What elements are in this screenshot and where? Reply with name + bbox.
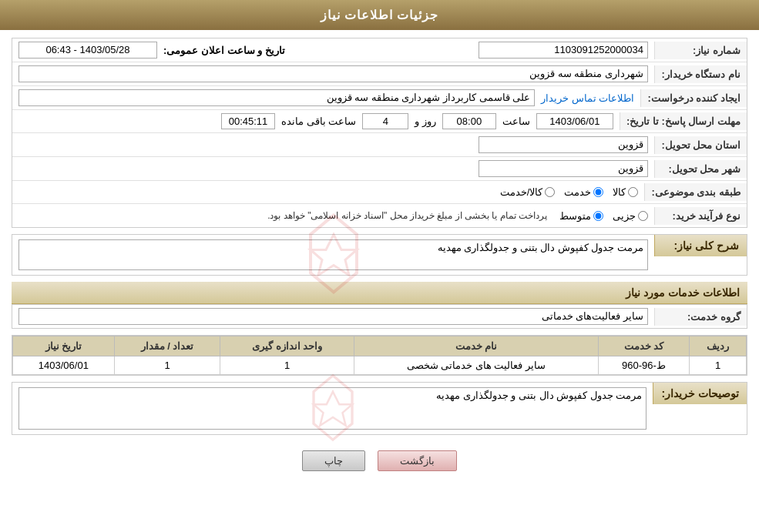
deadline-time: 08:00 xyxy=(442,113,496,129)
deadline-time-label: ساعت xyxy=(502,115,530,127)
services-table-section: ردیف کد خدمت نام خدمت واحد اندازه گیری ت… xyxy=(12,335,747,376)
category-option-kala[interactable]: کالا xyxy=(613,186,638,198)
buyer-notes-title: توصیحات خریدار: xyxy=(653,383,747,404)
need-desc-value: مرمت جدول کفپوش دال بتنی و جدولگذاری مهد… xyxy=(12,235,654,275)
table-header-row: ردیف کد خدمت نام خدمت واحد اندازه گیری ت… xyxy=(13,336,747,356)
deadline-row: مهلت ارسال پاسخ: تا تاریخ: 1403/06/01 سا… xyxy=(12,110,747,133)
publish-datetime-value: 1403/05/28 - 06:43 xyxy=(18,42,157,59)
creator-label: ایجاد کننده درخواست: xyxy=(640,89,747,107)
purchase-type-row: نوع فرآیند خرید: جزیی متوسط پرداخت تمام … xyxy=(12,204,747,227)
col-name: نام خدمت xyxy=(354,336,599,356)
service-group-label: گروه خدمت: xyxy=(654,308,747,326)
page-title: جزئیات اطلاعات نیاز xyxy=(321,8,439,22)
buyer-org-row: نام دستگاه خریدار: شهرداری منطقه سه قزوی… xyxy=(12,62,747,86)
creator-row: ایجاد کننده درخواست: اطلاعات تماس خریدار… xyxy=(12,86,747,110)
buyer-notes-section: توصیحات خریدار: مرمت جدول کفپوش دال بتنی… xyxy=(12,382,747,435)
province-row: استان محل تحویل: قزوین xyxy=(12,133,747,157)
category-value: کالا خدمت کالا/خدمت xyxy=(12,183,644,201)
category-option-khedmat[interactable]: خدمت xyxy=(564,186,603,198)
row-code: ط-96-960 xyxy=(598,356,689,375)
table-row: 1 ط-96-960 سایر فعالیت های خدماتی شخصی 1… xyxy=(13,356,747,375)
purchase-radio-group: جزیی متوسط xyxy=(559,210,648,222)
remaining-time: 00:45:11 xyxy=(221,113,275,129)
city-value: قزوین xyxy=(12,157,654,180)
buyer-org-label: نام دستگاه خریدار: xyxy=(654,65,747,83)
print-button[interactable]: چاپ xyxy=(302,450,365,471)
creator-input: علی قاسمی کاربرداز شهرداری منطقه سه قزوی… xyxy=(18,89,535,106)
creator-contact-link[interactable]: اطلاعات تماس خریدار xyxy=(541,92,634,104)
need-desc-row: شرح کلی نیاز: مرمت جدول کفپوش دال بتنی و… xyxy=(12,235,747,275)
remaining-days-label: روز و xyxy=(415,115,436,127)
page-wrapper: جزئیات اطلاعات نیاز شماره نیاز: 11030912… xyxy=(0,0,759,532)
buyer-org-input: شهرداری منطقه سه قزوین xyxy=(18,65,648,82)
publish-datetime-label: تاریخ و ساعت اعلان عمومی: xyxy=(163,45,285,56)
category-row: طبقه بندی موضوعی: کالا خدمت کالا/خدمت xyxy=(12,181,747,204)
service-group-section: گروه خدمت: سایر فعالیت‌های خدماتی xyxy=(12,304,747,329)
main-info-section: شماره نیاز: 1103091252000034 تاریخ و ساع… xyxy=(12,38,747,228)
buyer-notes-textarea: مرمت جدول کفپوش دال بتنی و جدولگذاری مهد… xyxy=(18,387,646,430)
deadline-label: مهلت ارسال پاسخ: تا تاریخ: xyxy=(620,112,747,130)
need-desc-title: شرح کلی نیاز: xyxy=(654,235,747,256)
province-value: قزوین xyxy=(12,133,654,156)
remaining-days: 4 xyxy=(362,113,408,129)
buttons-row: بازگشت چاپ xyxy=(12,441,747,483)
need-number-value: 1103091252000034 تاریخ و ساعت اعلان عموم… xyxy=(12,38,654,62)
buyer-notes-row: توصیحات خریدار: مرمت جدول کفپوش دال بتنی… xyxy=(12,383,747,434)
services-table: ردیف کد خدمت نام خدمت واحد اندازه گیری ت… xyxy=(12,336,747,375)
need-number-row: شماره نیاز: 1103091252000034 تاریخ و ساع… xyxy=(12,38,747,62)
purchase-option-jozi[interactable]: جزیی xyxy=(613,210,648,222)
service-group-value: سایر فعالیت‌های خدماتی xyxy=(12,305,654,328)
buyer-org-value: شهرداری منطقه سه قزوین xyxy=(12,62,654,85)
purchase-type-label: نوع فرآیند خرید: xyxy=(654,207,747,225)
province-input: قزوین xyxy=(479,136,648,153)
purchase-option-motavassem[interactable]: متوسط xyxy=(559,210,603,222)
page-header: جزئیات اطلاعات نیاز xyxy=(0,0,759,30)
city-input: قزوین xyxy=(479,160,648,177)
buyer-notes-value: مرمت جدول کفپوش دال بتنی و جدولگذاری مهد… xyxy=(12,383,653,434)
col-code: کد خدمت xyxy=(598,336,689,356)
row-quantity: 1 xyxy=(114,356,220,375)
col-quantity: تعداد / مقدار xyxy=(114,336,220,356)
need-description-section: شرح کلی نیاز: مرمت جدول کفپوش دال بتنی و… xyxy=(12,234,747,276)
col-row: ردیف xyxy=(690,336,747,356)
category-label: طبقه بندی موضوعی: xyxy=(644,183,747,201)
deadline-date: 1403/06/01 xyxy=(536,113,613,129)
row-number: 1 xyxy=(690,356,747,375)
remaining-time-text: ساعت باقی مانده xyxy=(281,115,356,127)
need-desc-textarea: مرمت جدول کفپوش دال بتنی و جدولگذاری مهد… xyxy=(18,239,648,270)
row-service-name: سایر فعالیت های خدماتی شخصی xyxy=(354,356,599,375)
row-date: 1403/06/01 xyxy=(13,356,115,375)
row-unit: 1 xyxy=(220,356,354,375)
col-date: تاریخ نیاز xyxy=(13,336,115,356)
purchase-note: پرداخت تمام یا بخشی از مبلغ خریداز محل "… xyxy=(267,210,547,221)
category-radio-group: کالا خدمت کالا/خدمت xyxy=(18,186,638,198)
main-content: شماره نیاز: 1103091252000034 تاریخ و ساع… xyxy=(0,30,759,491)
col-unit: واحد اندازه گیری xyxy=(220,336,354,356)
back-button[interactable]: بازگشت xyxy=(378,450,457,471)
service-group-input: سایر فعالیت‌های خدماتی xyxy=(18,308,648,325)
purchase-type-value: جزیی متوسط پرداخت تمام یا بخشی از مبلغ خ… xyxy=(12,207,654,225)
need-number-input: 1103091252000034 xyxy=(479,42,648,59)
table-body: 1 ط-96-960 سایر فعالیت های خدماتی شخصی 1… xyxy=(13,356,747,375)
city-label: شهر محل تحویل: xyxy=(654,160,747,178)
service-group-row: گروه خدمت: سایر فعالیت‌های خدماتی xyxy=(12,305,747,328)
province-label: استان محل تحویل: xyxy=(654,136,747,154)
need-number-label: شماره نیاز: xyxy=(654,42,747,59)
services-section-title: اطلاعات خدمات مورد نیاز xyxy=(12,282,747,304)
creator-value: اطلاعات تماس خریدار علی قاسمی کاربرداز ش… xyxy=(12,86,640,109)
category-option-kala-khedmat[interactable]: کالا/خدمت xyxy=(500,186,556,198)
city-row: شهر محل تحویل: قزوین xyxy=(12,157,747,181)
table-header: ردیف کد خدمت نام خدمت واحد اندازه گیری ت… xyxy=(13,336,747,356)
deadline-value: 1403/06/01 ساعت 08:00 روز و 4 ساعت باقی … xyxy=(12,110,620,132)
